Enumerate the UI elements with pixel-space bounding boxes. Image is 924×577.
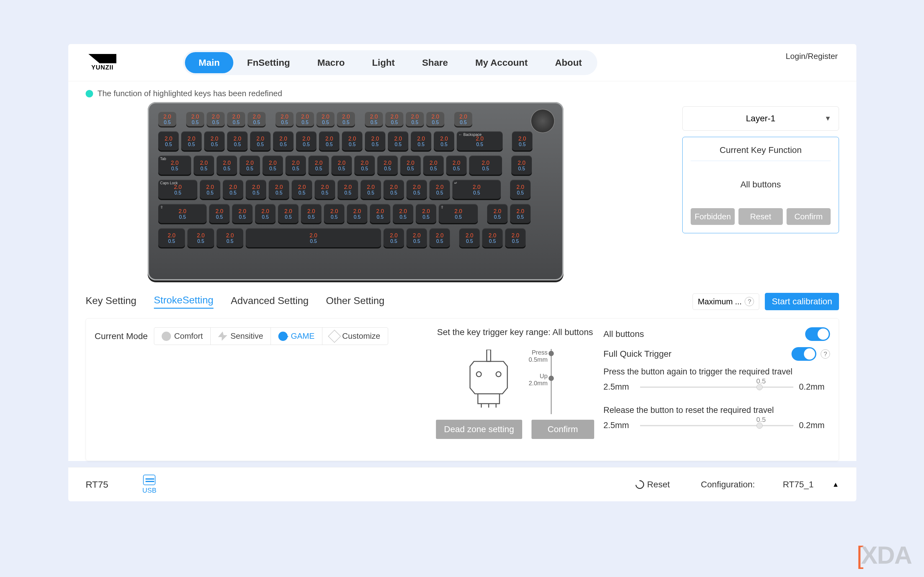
all-buttons-toggle[interactable] <box>805 327 830 341</box>
keycap[interactable]: 2.00.5 <box>406 228 427 248</box>
press-travel-slider[interactable]: 2.5mm 0.5 0.2mm <box>603 382 830 392</box>
confirm-button[interactable]: Confirm <box>787 208 830 225</box>
keycap[interactable]: 2.00.5 <box>429 180 450 200</box>
nav-about[interactable]: About <box>542 52 596 73</box>
keycap[interactable]: 2.00.5 <box>510 180 531 200</box>
keycap[interactable]: 2.00.5 <box>194 155 214 176</box>
keycap[interactable]: 2.00.5 <box>365 131 385 152</box>
nav-myaccount[interactable]: My Account <box>462 52 542 73</box>
full-quick-trigger-toggle[interactable] <box>792 347 816 361</box>
keycap[interactable]: 2.00.5 <box>314 180 335 200</box>
keycap[interactable]: 2.00.5 <box>296 111 314 127</box>
keycap[interactable]: 2.00.5 <box>158 111 176 127</box>
start-calibration-button[interactable]: Start calibration <box>765 293 839 310</box>
keycap[interactable]: 2.00.5 <box>296 131 316 152</box>
keycap[interactable]: 2.00.5 <box>365 111 383 127</box>
keycap[interactable]: 2.00.5 <box>158 131 179 152</box>
keycap[interactable]: 2.00.5 <box>385 111 403 127</box>
keycap[interactable]: 2.00.5 <box>423 155 444 176</box>
keycap[interactable]: 2.00.5 <box>227 131 248 152</box>
help-icon[interactable]: ? <box>821 349 830 359</box>
keycap[interactable]: 2.00.5 <box>278 204 298 224</box>
keycap[interactable]: 2.00.5 <box>316 111 334 127</box>
keycap[interactable]: Caps Lock2.00.5 <box>158 180 197 200</box>
keycap[interactable]: 2.00.5 <box>337 111 355 127</box>
connection-usb[interactable]: USB <box>142 475 156 495</box>
keycap[interactable]: 2.00.5 <box>459 228 480 248</box>
keyboard-visual[interactable]: 2.00.52.00.52.00.52.00.52.00.52.00.52.00… <box>148 102 563 280</box>
keycap[interactable]: 2.00.5 <box>216 155 237 176</box>
tab-other-setting[interactable]: Other Setting <box>326 295 385 308</box>
travel-range-diagram[interactable]: Press0.5mm Up2.0mm <box>532 349 566 414</box>
configuration-value[interactable]: RT75_1 <box>783 480 814 490</box>
nav-main[interactable]: Main <box>185 52 233 73</box>
keycap[interactable]: 2.00.5 <box>276 111 293 127</box>
keycap[interactable]: 2.00.5 <box>216 228 243 248</box>
keycap[interactable]: 2.00.5 <box>512 131 532 152</box>
keycap[interactable]: 2.00.5 <box>250 131 271 152</box>
keycap[interactable]: 2.00.5 <box>232 204 253 224</box>
keycap[interactable]: 2.00.5 <box>292 180 312 200</box>
keycap[interactable]: 2.00.5 <box>273 131 293 152</box>
keycap[interactable]: 2.00.5 <box>200 180 220 200</box>
keycap[interactable]: 2.00.5 <box>416 204 436 224</box>
keycap[interactable]: Tab2.00.5 <box>158 155 191 176</box>
keycap[interactable]: 2.00.5 <box>482 228 503 248</box>
keycap[interactable]: 2.00.5 <box>301 204 321 224</box>
mode-game[interactable]: GAME <box>271 327 322 345</box>
footer-reset-button[interactable]: Reset <box>635 480 670 490</box>
keycap[interactable]: 2.00.5 <box>347 204 368 224</box>
keycap[interactable]: 2.00.5 <box>338 180 358 200</box>
keycap[interactable]: 2.00.5 <box>263 155 283 176</box>
keycap[interactable]: 2.00.5 <box>158 228 185 248</box>
keycap[interactable]: ← Backspace2.00.5 <box>457 131 503 152</box>
keycap[interactable]: 2.00.5 <box>255 204 276 224</box>
layer-select[interactable]: Layer-1 ▼ <box>682 106 839 131</box>
keycap[interactable]: 2.00.5 <box>331 155 352 176</box>
keycap[interactable]: 2.00.5 <box>511 155 532 176</box>
keycap[interactable]: 2.00.5 <box>246 228 381 248</box>
keycap[interactable]: 2.00.5 <box>285 155 306 176</box>
rotary-knob[interactable] <box>531 109 555 133</box>
nav-macro[interactable]: Macro <box>304 52 358 73</box>
tab-stroke-setting[interactable]: StrokeSetting <box>154 294 213 309</box>
keycap[interactable]: 2.00.5 <box>384 228 404 248</box>
keycap[interactable]: ⇧2.00.5 <box>439 204 478 224</box>
keycap[interactable]: ⇧2.00.5 <box>158 204 206 224</box>
release-travel-slider[interactable]: 2.5mm 0.5 0.2mm <box>603 421 830 430</box>
keycap[interactable]: 2.00.5 <box>181 131 202 152</box>
keycap[interactable]: 2.00.5 <box>487 204 508 224</box>
nav-share[interactable]: Share <box>408 52 461 73</box>
keycap[interactable]: 2.00.5 <box>227 111 245 127</box>
nav-light[interactable]: Light <box>358 52 408 73</box>
keycap[interactable]: 2.00.5 <box>342 131 363 152</box>
keycap[interactable]: 2.00.5 <box>400 155 421 176</box>
keycap[interactable]: 2.00.5 <box>384 180 404 200</box>
keycap[interactable]: 2.00.5 <box>354 155 375 176</box>
keycap[interactable]: 2.00.5 <box>406 111 424 127</box>
keycap[interactable]: 2.00.5 <box>446 155 467 176</box>
keycap[interactable]: 2.00.5 <box>454 111 472 127</box>
chevron-up-icon[interactable]: ▲ <box>832 480 839 488</box>
keycap[interactable]: 2.00.5 <box>319 131 339 152</box>
keycap[interactable]: 2.00.5 <box>429 228 450 248</box>
keycap[interactable]: 2.00.5 <box>361 180 381 200</box>
keycap[interactable]: 2.00.5 <box>269 180 289 200</box>
keycap[interactable]: 2.00.5 <box>248 111 266 127</box>
keycap[interactable]: 2.00.5 <box>434 131 454 152</box>
keycap[interactable]: 2.00.5 <box>411 131 431 152</box>
mode-comfort[interactable]: Comfort <box>154 327 210 345</box>
keycap[interactable]: 2.00.5 <box>209 204 230 224</box>
keycap[interactable]: 2.00.5 <box>406 180 427 200</box>
keycap[interactable]: 2.00.5 <box>426 111 444 127</box>
login-register-link[interactable]: Login/Register <box>785 52 838 61</box>
keycap[interactable]: 2.00.5 <box>370 204 390 224</box>
help-icon[interactable]: ? <box>745 297 754 306</box>
keycap[interactable]: 2.00.5 <box>393 204 413 224</box>
keycap[interactable]: ↵2.00.5 <box>452 180 501 200</box>
tab-key-setting[interactable]: Key Setting <box>85 295 137 308</box>
confirm-travel-button[interactable]: Confirm <box>532 420 594 439</box>
mode-customize[interactable]: Customize <box>322 327 388 345</box>
keycap[interactable]: 2.00.5 <box>469 155 502 176</box>
keycap[interactable]: 2.00.5 <box>388 131 408 152</box>
